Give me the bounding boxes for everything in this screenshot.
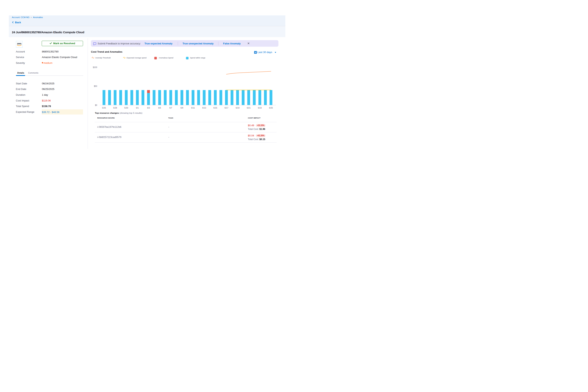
svg-text:6/15: 6/15 bbox=[213, 107, 217, 109]
svg-text:6/7: 6/7 bbox=[170, 107, 172, 109]
svg-text:5/28: 5/28 bbox=[113, 107, 117, 109]
svg-text:6/9: 6/9 bbox=[181, 107, 183, 109]
svg-text:6/21: 6/21 bbox=[247, 107, 250, 109]
svg-text:$100: $100 bbox=[93, 66, 97, 68]
svg-text:$50: $50 bbox=[94, 85, 97, 87]
svg-text:6/17: 6/17 bbox=[224, 107, 228, 109]
svg-text:5/26: 5/26 bbox=[102, 107, 106, 109]
svg-text:6/23: 6/23 bbox=[258, 107, 262, 109]
svg-text:6/11: 6/11 bbox=[191, 107, 195, 109]
svg-text:5/30: 5/30 bbox=[124, 107, 128, 109]
svg-text:$0: $0 bbox=[95, 104, 97, 106]
svg-text:6/19: 6/19 bbox=[236, 107, 240, 109]
svg-text:aws: aws bbox=[17, 42, 22, 45]
svg-text:6/13: 6/13 bbox=[202, 107, 206, 109]
svg-text:6/25: 6/25 bbox=[269, 107, 273, 109]
svg-text:6/3: 6/3 bbox=[147, 107, 150, 109]
svg-text:6/5: 6/5 bbox=[158, 107, 161, 109]
svg-text:6/1: 6/1 bbox=[136, 107, 139, 109]
